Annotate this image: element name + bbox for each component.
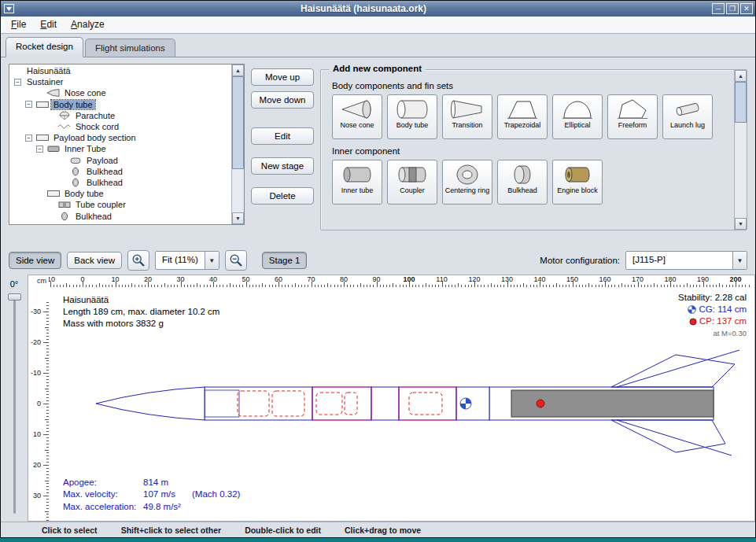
scroll-up-icon[interactable]: ▲	[735, 70, 747, 82]
scrollbar-track[interactable]	[735, 82, 747, 218]
ruler-label: 170	[632, 275, 644, 283]
palette-button-trapezoidal[interactable]: Trapezoidal	[497, 94, 548, 139]
rocket-draw-area[interactable]: Haisunäätä Length 189 cm, max. diameter …	[49, 287, 754, 521]
menu-edit[interactable]: Edit	[33, 17, 64, 33]
palette-button-label: Transition	[451, 122, 483, 130]
palette-button-label: Trapezoidal	[503, 122, 542, 130]
move-down-button[interactable]: Move down	[251, 91, 314, 109]
tree-expander-spacer	[47, 112, 57, 119]
palette-button-centering-ring[interactable]: Centering ring	[442, 160, 492, 205]
nose-cone-outline	[96, 387, 205, 420]
vertical-ruler: -30-20-100102030	[28, 287, 49, 521]
scroll-down-icon[interactable]: ▼	[232, 212, 244, 224]
flight-info-row: Max. velocity:107 m/s(Mach 0.32)	[63, 489, 240, 501]
motor-configuration-value: [J115-P]	[626, 252, 732, 269]
palette-button-freeform[interactable]: Freeform	[607, 94, 658, 139]
ruler-label: 0	[37, 400, 41, 407]
scrollbar-thumb[interactable]	[232, 76, 244, 169]
tree-item-sustainer[interactable]: −Sustainer	[9, 76, 231, 87]
back-view-button[interactable]: Back view	[67, 252, 122, 269]
mach-note: at M=0.30	[678, 327, 747, 339]
delete-button[interactable]: Delete	[251, 187, 314, 205]
inner-tube-icon	[46, 144, 62, 153]
scroll-up-icon[interactable]: ▲	[232, 65, 244, 76]
zoom-in-button[interactable]	[127, 250, 149, 271]
inner-tube-icon	[340, 163, 374, 186]
tree-expander-spacer	[36, 190, 46, 197]
stage-1-toggle[interactable]: Stage 1	[262, 252, 308, 269]
tree-item-label: Body tube	[62, 189, 106, 198]
chevron-down-icon[interactable]: ▼	[732, 252, 747, 269]
tree-item-tube-coupler[interactable]: Tube coupler	[9, 199, 231, 210]
menu-file[interactable]: File	[4, 17, 33, 33]
palette-button-body-tube[interactable]: Body tube	[387, 94, 437, 139]
status-hint: Shift+click to select other	[121, 525, 222, 535]
move-up-button[interactable]: Move up	[251, 68, 314, 86]
tree-item-payload-body-section[interactable]: −Payload body section	[9, 132, 231, 143]
palette-button-label: Elliptical	[563, 122, 591, 130]
tree-item-bulkhead[interactable]: Bulkhead	[9, 166, 231, 177]
title-bar[interactable]: Haisunäätä (haisunaata.ork) ─ ❐ ✕	[1, 1, 755, 17]
rotation-slider-track[interactable]	[13, 295, 16, 514]
ruler-label: 200	[729, 275, 741, 283]
tree-item-bulkhead[interactable]: Bulkhead	[9, 210, 231, 221]
stability-legend: Stability: 2.28 cal CG: 114 cm	[678, 292, 747, 339]
tree-item-body-tube[interactable]: −Body tube	[9, 99, 231, 110]
ruler-label: 10	[111, 275, 119, 283]
palette-button-coupler[interactable]: Coupler	[387, 160, 437, 205]
side-view-button[interactable]: Side view	[9, 252, 61, 269]
close-button[interactable]: ✕	[740, 3, 753, 14]
tree-expander-icon[interactable]: −	[25, 135, 32, 142]
window-title: Haisunäätä (haisunaata.ork)	[15, 3, 712, 14]
motor-configuration-select[interactable]: [J115-P] ▼	[625, 251, 747, 270]
ruler-label: 90	[372, 275, 380, 283]
palette-button-bulkhead[interactable]: Bulkhead	[497, 160, 548, 205]
palette-button-label: Engine block	[556, 187, 599, 195]
flight-info-value: 814 m	[143, 477, 192, 489]
maximize-button[interactable]: ❐	[726, 3, 739, 14]
scrollbar-thumb[interactable]	[735, 82, 747, 123]
zoom-select[interactable]: Fit (11%) ▼	[155, 251, 219, 270]
tree-item-bulkhead[interactable]: Bulkhead	[9, 177, 231, 188]
scroll-down-icon[interactable]: ▼	[735, 218, 747, 230]
rocket-components[interactable]	[96, 350, 739, 455]
palette-button-inner-tube[interactable]: Inner tube	[332, 160, 382, 205]
tree-item-haisun-t[interactable]: Haisunäätä	[9, 65, 231, 76]
zoom-out-button[interactable]	[225, 250, 247, 271]
tree-item-payload[interactable]: Payload	[9, 155, 231, 166]
tree-expander-icon[interactable]: −	[14, 79, 21, 86]
menu-analyze[interactable]: Analyze	[64, 17, 112, 33]
palette-button-nose-cone[interactable]: Nose cone	[332, 94, 382, 139]
palette-button-launch-lug[interactable]: Launch lug	[662, 94, 713, 139]
ruler-label: 40	[209, 275, 217, 283]
tree-expander-icon[interactable]: −	[25, 101, 32, 108]
bulkhead-icon	[68, 178, 84, 187]
rocket-canvas[interactable]: cm -100102030405060708090100110120130140…	[28, 275, 755, 522]
tab-rocket-design[interactable]: Rocket design	[6, 37, 83, 57]
ruler-label: 80	[340, 275, 348, 283]
flight-info-label: Apogee:	[63, 477, 143, 489]
window-menu-icon[interactable]	[3, 3, 15, 14]
rotation-slider-thumb[interactable]	[8, 293, 21, 300]
tab-flight-simulations[interactable]: Flight simulations	[85, 39, 175, 57]
tree-scrollbar[interactable]: ▲ ▼	[231, 65, 244, 224]
palette-row: Nose coneBody tubeTransitionTrapezoidalE…	[332, 94, 725, 139]
new-stage-button[interactable]: New stage	[251, 157, 314, 175]
tree-item-nose-cone[interactable]: Nose cone	[9, 87, 231, 98]
palette-scrollbar[interactable]: ▲ ▼	[734, 70, 747, 230]
palette-button-elliptical[interactable]: Elliptical	[552, 94, 603, 139]
minimize-button[interactable]: ─	[712, 3, 725, 14]
tree-item-inner-tube[interactable]: −Inner Tube	[9, 143, 231, 154]
palette-button-transition[interactable]: Transition	[442, 94, 492, 139]
ruler-label: 20	[144, 275, 152, 283]
tab-bar: Rocket designFlight simulations	[1, 34, 755, 57]
tree-item-shock-cord[interactable]: Shock cord	[9, 121, 231, 132]
palette-button-engine-block[interactable]: Engine block	[552, 160, 603, 205]
tree-item-body-tube[interactable]: Body tube	[9, 188, 231, 199]
tree-item-parachute[interactable]: Parachute	[9, 110, 231, 121]
edit-button[interactable]: Edit	[251, 127, 314, 145]
chevron-down-icon[interactable]: ▼	[205, 252, 219, 269]
tree-expander-icon[interactable]: −	[36, 146, 43, 153]
tree-item-label: Bulkhead	[84, 167, 125, 176]
scrollbar-track[interactable]	[232, 76, 244, 212]
